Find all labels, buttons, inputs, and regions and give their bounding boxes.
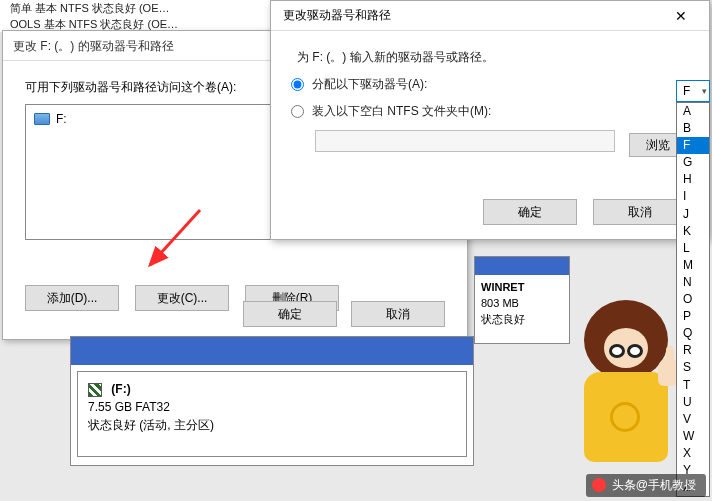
dropdown-option[interactable]: F bbox=[677, 137, 709, 154]
dialog2-instruction: 为 F: (。) 输入新的驱动器号或路径。 bbox=[297, 49, 689, 66]
ok-button[interactable]: 确定 bbox=[243, 301, 337, 327]
radio-assign-input[interactable] bbox=[291, 78, 304, 91]
hatch-icon bbox=[88, 383, 102, 397]
radio-mount-folder[interactable]: 装入以下空白 NTFS 文件夹中(M): bbox=[291, 103, 689, 120]
dropdown-option[interactable]: H bbox=[677, 171, 709, 188]
close-icon[interactable]: ✕ bbox=[661, 4, 701, 28]
drive-letter-combo[interactable]: F ▾ bbox=[676, 80, 710, 102]
dropdown-option[interactable]: M bbox=[677, 257, 709, 274]
radio-mount-label: 装入以下空白 NTFS 文件夹中(M): bbox=[312, 103, 491, 120]
panel-caption bbox=[71, 337, 473, 365]
dropdown-option[interactable]: B bbox=[677, 120, 709, 137]
dropdown-option[interactable]: A bbox=[677, 103, 709, 120]
partition-label: (F:) bbox=[111, 382, 130, 396]
add-button[interactable]: 添加(D)... bbox=[25, 285, 119, 311]
change-button[interactable]: 更改(C)... bbox=[135, 285, 229, 311]
cancel-button[interactable]: 取消 bbox=[593, 199, 687, 225]
volume-name: WINRET bbox=[481, 281, 524, 293]
ok-button[interactable]: 确定 bbox=[483, 199, 577, 225]
mascot-image bbox=[566, 300, 686, 480]
dropdown-option[interactable]: O bbox=[677, 291, 709, 308]
mount-path-field[interactable] bbox=[315, 130, 615, 152]
dropdown-option[interactable]: S bbox=[677, 359, 709, 376]
drive-label: F: bbox=[56, 112, 67, 126]
dropdown-option[interactable]: N bbox=[677, 274, 709, 291]
chevron-down-icon: ▾ bbox=[702, 86, 707, 96]
tile-caption bbox=[475, 257, 569, 275]
drive-icon bbox=[34, 113, 50, 125]
dropdown-option[interactable]: R bbox=[677, 342, 709, 359]
cancel-button[interactable]: 取消 bbox=[351, 301, 445, 327]
watermark: 头条@手机教授 bbox=[586, 474, 706, 497]
dropdown-option[interactable]: Q bbox=[677, 325, 709, 342]
dropdown-option[interactable]: T bbox=[677, 377, 709, 394]
dropdown-option[interactable]: P bbox=[677, 308, 709, 325]
dropdown-option[interactable]: K bbox=[677, 223, 709, 240]
dropdown-option[interactable]: I bbox=[677, 188, 709, 205]
radio-assign-label: 分配以下驱动器号(A): bbox=[312, 76, 427, 93]
combo-value: F bbox=[683, 84, 690, 98]
partition-info: 7.55 GB FAT32 bbox=[88, 400, 170, 414]
dropdown-option[interactable]: J bbox=[677, 206, 709, 223]
dropdown-option[interactable]: V bbox=[677, 411, 709, 428]
drive-letter-dropdown[interactable]: ABFGHIJKLMNOPQRSTUVWXYZ bbox=[676, 102, 710, 497]
dropdown-option[interactable]: G bbox=[677, 154, 709, 171]
dropdown-option[interactable]: W bbox=[677, 428, 709, 445]
volume-tile-winret[interactable]: WINRET 803 MB 状态良好 bbox=[474, 256, 570, 344]
partition-status: 状态良好 (活动, 主分区) bbox=[88, 418, 214, 432]
dropdown-option[interactable]: U bbox=[677, 394, 709, 411]
volume-status: 状态良好 bbox=[481, 313, 525, 325]
dropdown-option[interactable]: L bbox=[677, 240, 709, 257]
dialog2-title: 更改驱动器号和路径 bbox=[283, 7, 391, 24]
dialog-assign-letter: 更改驱动器号和路径 ✕ 为 F: (。) 输入新的驱动器号或路径。 分配以下驱动… bbox=[270, 0, 710, 240]
dropdown-option[interactable]: X bbox=[677, 445, 709, 462]
disk-partition-panel[interactable]: (F:) 7.55 GB FAT32 状态良好 (活动, 主分区) bbox=[70, 336, 474, 466]
volume-size: 803 MB bbox=[481, 297, 519, 309]
radio-assign-letter[interactable]: 分配以下驱动器号(A): bbox=[291, 76, 689, 93]
radio-mount-input[interactable] bbox=[291, 105, 304, 118]
